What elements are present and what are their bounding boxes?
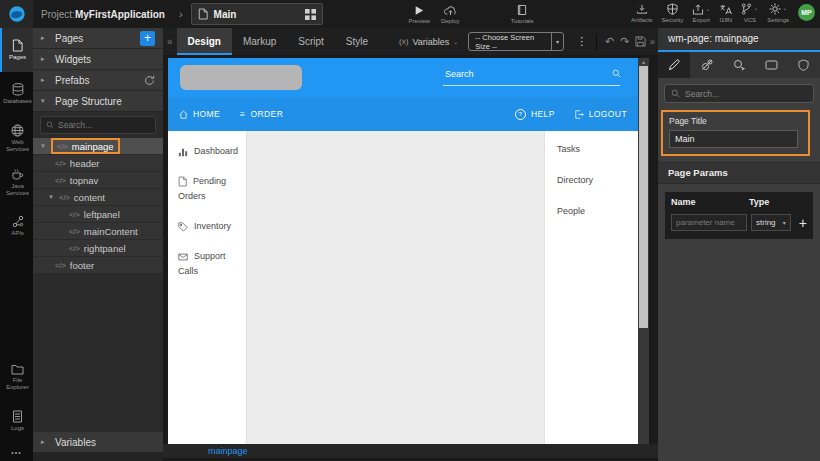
structure-search-input[interactable]: Search... — [40, 116, 156, 134]
preview-nav-pending-orders[interactable]: Pending Orders — [168, 174, 246, 204]
param-name-input[interactable] — [671, 214, 747, 231]
section-prefabs[interactable]: ▸ Prefabs — [33, 70, 163, 91]
param-type-select[interactable]: string ▾ — [751, 214, 791, 231]
wavemaker-logo[interactable] — [0, 0, 33, 28]
preview-link-tasks[interactable]: Tasks — [557, 144, 638, 154]
tab-properties[interactable] — [658, 52, 690, 78]
sidebar-item-java-services[interactable]: Java Services — [0, 160, 33, 204]
i18n-button[interactable]: I18N — [719, 3, 732, 23]
screen-size-select[interactable]: -- Choose Screen Size -- ▾ — [468, 32, 564, 51]
page-params-table: Name Type string ▾ + — [665, 192, 813, 239]
preview-nav-help[interactable]: ? HELP — [515, 109, 555, 120]
preview-search-input[interactable]: Search — [445, 69, 474, 79]
tutorials-button[interactable]: Tutorials — [511, 4, 534, 24]
tree-node-content[interactable]: ▾ </> content — [33, 189, 163, 206]
tab-design[interactable]: Design — [177, 28, 232, 55]
column-name: Name — [671, 197, 749, 207]
preview-nav-logout[interactable]: LOGOUT — [575, 109, 627, 120]
tree-node-leftpanel[interactable]: </> leftpanel — [33, 206, 163, 223]
preview-nav-order[interactable]: ≡ ORDER — [240, 109, 283, 119]
page-title-input[interactable] — [669, 130, 798, 148]
tab-events[interactable] — [723, 52, 755, 78]
settings-button[interactable]: ⌄ Settings — [767, 3, 789, 23]
tree-node-footer[interactable]: </> footer — [33, 257, 163, 274]
grid-icon[interactable] — [305, 9, 316, 20]
redo-button[interactable]: ↷ — [617, 35, 632, 48]
activity-overflow-button[interactable]: ••• — [0, 443, 33, 461]
refresh-icon[interactable] — [144, 75, 155, 86]
vcs-button[interactable]: ⌄ VCS — [741, 3, 758, 23]
page-selector[interactable]: Main — [191, 3, 323, 25]
user-avatar[interactable]: MP — [798, 4, 815, 21]
preview-main-content[interactable] — [247, 131, 544, 444]
file-icon — [178, 176, 187, 187]
tab-devices[interactable] — [755, 52, 787, 78]
sidebar-item-apis[interactable]: APIs — [0, 204, 33, 248]
artifacts-button[interactable]: Artifacts — [631, 3, 653, 23]
preview-body: Dashboard Pending Orders Inventory — [168, 131, 638, 444]
search-icon[interactable] — [612, 69, 621, 78]
export-icon — [692, 4, 704, 15]
tab-style[interactable]: Style — [335, 28, 379, 55]
preview-header[interactable]: Search — [168, 58, 638, 97]
expand-right-panel-button[interactable]: » — [649, 36, 655, 47]
canvas-scrollbar[interactable]: ▲ ▼ — [638, 58, 649, 455]
section-variables[interactable]: ▸ Variables — [33, 432, 163, 453]
more-options-button[interactable]: ⋮ — [572, 35, 591, 48]
section-widgets[interactable]: ▸ Widgets — [33, 49, 163, 70]
code-icon: </> — [55, 261, 66, 270]
add-page-button[interactable]: + — [140, 31, 155, 46]
caret-down-icon: ⌄ — [753, 3, 758, 13]
book-icon — [517, 4, 527, 16]
export-button[interactable]: ⌄ Export — [692, 3, 710, 23]
preview-link-directory[interactable]: Directory — [557, 175, 638, 185]
variables-dropdown[interactable]: (x) Variables ⌄ — [399, 37, 458, 47]
tree-node-maincontent[interactable]: </> mainContent — [33, 223, 163, 240]
properties-panel: wm-page: mainpage — [658, 28, 820, 461]
tree-node-mainpage[interactable]: ▾ </> mainpage — [33, 138, 163, 155]
preview-link-people[interactable]: People — [557, 206, 638, 216]
caret-right-icon: ▸ — [41, 76, 48, 84]
tree-node-topnav[interactable]: </> topnav — [33, 172, 163, 189]
security-button[interactable]: Security — [662, 3, 684, 23]
scroll-up-icon[interactable]: ▲ — [638, 59, 649, 65]
variables-fx-icon: (x) — [399, 37, 408, 46]
tab-security[interactable] — [788, 52, 820, 78]
tag-icon — [178, 222, 188, 232]
device-icon — [765, 60, 778, 70]
breadcrumb-mainpage[interactable]: mainpage — [208, 446, 248, 456]
section-pages[interactable]: ▸ Pages + — [33, 28, 163, 49]
inspect-cursor-icon — [733, 59, 746, 71]
preview-nav-inventory[interactable]: Inventory — [168, 219, 246, 234]
sidebar-item-pages[interactable]: Pages — [0, 28, 33, 72]
preview-nav-home[interactable]: HOME — [179, 109, 220, 119]
undo-button[interactable]: ↶ — [602, 35, 617, 48]
tab-markup[interactable]: Markup — [232, 28, 287, 55]
branch-icon — [741, 3, 752, 15]
caret-right-icon: ▸ — [41, 438, 48, 446]
sidebar-item-web-services[interactable]: Web Services — [0, 116, 33, 160]
add-param-button[interactable]: + — [799, 216, 807, 230]
save-button[interactable] — [632, 36, 649, 47]
section-prefabs-label: Prefabs — [55, 75, 89, 86]
page-structure-tree: ▾ </> mainpage </> header </> topnav ▾ <… — [33, 138, 163, 274]
sidebar-item-file-explorer[interactable]: File Explorer — [0, 355, 33, 399]
selected-node-highlight: </> mainpage — [51, 138, 120, 154]
design-canvas-page[interactable]: Search HOME ≡ ORDER — [168, 58, 638, 444]
language-icon — [719, 4, 732, 15]
tree-node-header[interactable]: </> header — [33, 155, 163, 172]
tab-script[interactable]: Script — [287, 28, 335, 55]
canvas-toolbar: « Design Markup Script Style (x) Variabl… — [163, 28, 658, 55]
preview-nav-support-calls[interactable]: Support Calls — [168, 249, 246, 279]
sidebar-item-databases[interactable]: Databases — [0, 72, 33, 116]
sidebar-item-logs[interactable]: Logs — [0, 399, 33, 443]
tab-styles[interactable] — [690, 52, 722, 78]
section-page-structure[interactable]: ▾ Page Structure — [33, 91, 163, 112]
deploy-button[interactable]: Deploy — [441, 4, 460, 24]
preview-nav-dashboard[interactable]: Dashboard — [168, 144, 246, 159]
scrollbar-thumb[interactable] — [639, 66, 648, 328]
properties-search-input[interactable]: Search... — [664, 84, 814, 103]
tree-node-rightpanel[interactable]: </> rightpanel — [33, 240, 163, 257]
collapse-left-panel-button[interactable]: « — [163, 36, 177, 47]
preview-button[interactable]: Preview — [409, 4, 430, 24]
